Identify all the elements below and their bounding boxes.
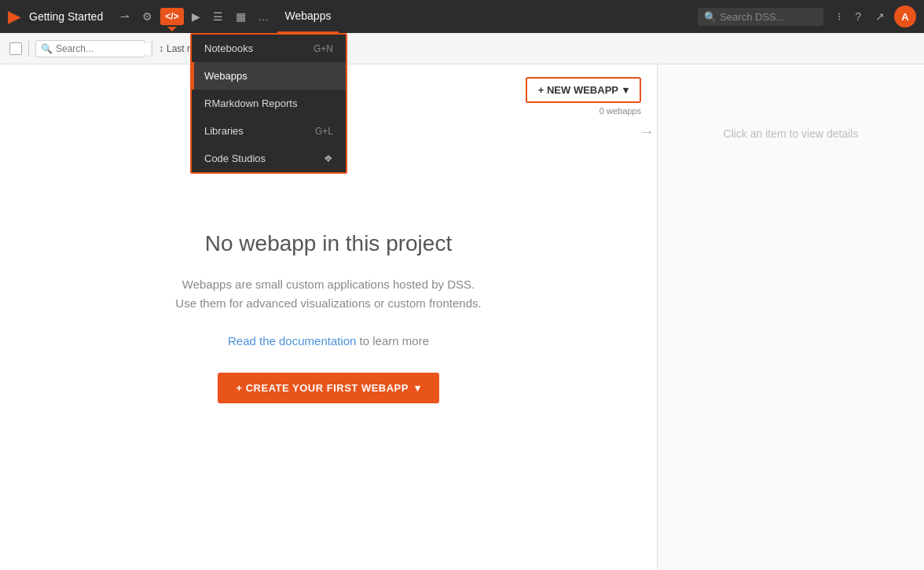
toolbar-divider	[28, 41, 29, 57]
empty-description: Webapps are small custom applications ho…	[175, 275, 481, 351]
search-icon-small: 🔍	[41, 43, 53, 54]
ellipsis-icon: …	[258, 10, 270, 23]
notebooks-shortcut: G+N	[314, 43, 333, 54]
top-navigation: ▶ Getting Started ⇀ ⚙ </> ▶ ☰ ▦ … Webapp…	[0, 0, 924, 33]
play-icon: ▶	[192, 10, 200, 23]
vscode-icon: ❖	[324, 153, 333, 164]
global-search-input[interactable]	[720, 11, 822, 23]
grid-icon: ⁝	[838, 10, 841, 23]
dashboard-icon-btn[interactable]: ▦	[231, 7, 251, 26]
item-search-input[interactable]	[56, 43, 150, 54]
menu-item-code-studios[interactable]: Code Studios ❖	[192, 145, 346, 172]
new-webapp-dropdown-icon: ▾	[623, 84, 629, 96]
user-avatar[interactable]: A	[894, 6, 916, 28]
create-first-webapp-button[interactable]: + CREATE YOUR FIRST WEBAPP ▾	[218, 373, 440, 403]
rmarkdown-label: RMarkdown Reports	[204, 97, 298, 109]
deploy-icon: ☰	[213, 10, 223, 23]
menu-item-webapps[interactable]: Webapps	[192, 62, 346, 90]
grid-view-icon-btn[interactable]: ⁝	[833, 7, 845, 26]
project-title: Getting Started	[29, 10, 103, 23]
global-search-box: 🔍	[698, 8, 823, 26]
dashboard-icon: ▦	[236, 10, 246, 23]
panel-arrow-icon: →	[639, 123, 654, 141]
empty-state: No webapp in this project Webapps are sm…	[175, 231, 481, 403]
menu-item-libraries[interactable]: Libraries G+L	[192, 117, 346, 145]
menu-item-rmarkdown[interactable]: RMarkdown Reports	[192, 90, 346, 117]
new-webapp-btn-container: + NEW WEBAPP ▾ 0 webapps	[526, 77, 641, 116]
deploy-icon-btn[interactable]: ☰	[208, 7, 228, 26]
sort-icon: ↕	[159, 43, 163, 54]
active-section-label: Webapps	[277, 0, 339, 33]
code-icon: </>	[165, 11, 178, 22]
flow-icon-btn[interactable]: ⇀	[116, 7, 134, 26]
run-icon-btn[interactable]: ▶	[187, 7, 205, 26]
code-studios-label: Code Studios	[204, 153, 266, 164]
notebooks-label: Notebooks	[204, 42, 253, 54]
gear-icon: ⚙	[142, 10, 152, 23]
toolbar-divider-2	[152, 41, 152, 57]
search-icon: 🔍	[704, 11, 717, 23]
app-logo: ▶	[8, 7, 20, 26]
libraries-shortcut: G+L	[315, 126, 333, 137]
webapps-count: 0 webapps	[600, 106, 641, 116]
new-webapp-button[interactable]: + NEW WEBAPP ▾	[526, 77, 641, 103]
item-search-box: 🔍	[35, 40, 145, 57]
question-icon: ?	[855, 10, 861, 23]
code-icon-btn[interactable]: </>	[160, 8, 183, 25]
content-toolbar: 🔍 ↕ Last modified ▼ Tags	[0, 33, 924, 64]
webapps-label: Webapps	[204, 70, 248, 82]
route-icon: ⇀	[120, 10, 130, 23]
settings-icon-btn[interactable]: ⚙	[138, 7, 157, 26]
create-btn-label: + CREATE YOUR FIRST WEBAPP	[236, 382, 409, 394]
empty-desc-line2: Use them for advanced visualizations or …	[175, 296, 481, 310]
empty-desc-line1: Webapps are small custom applications ho…	[182, 278, 475, 291]
analytics-icon-btn[interactable]: ↗	[871, 7, 889, 26]
trend-icon: ↗	[875, 10, 885, 23]
active-tab-indicator	[167, 27, 177, 31]
more-icon-btn[interactable]: …	[254, 7, 274, 26]
main-area: + NEW WEBAPP ▾ 0 webapps No webapp in th…	[0, 64, 924, 570]
create-btn-dropdown-icon: ▾	[415, 382, 421, 394]
help-icon-btn[interactable]: ?	[850, 7, 866, 26]
libraries-label: Libraries	[204, 125, 244, 137]
detail-placeholder-text: Click an item to view details	[724, 127, 859, 140]
menu-item-notebooks[interactable]: Notebooks G+N	[192, 35, 346, 62]
code-menu-dropdown: Notebooks G+N Webapps RMarkdown Reports …	[190, 33, 347, 174]
detail-panel: → Click an item to view details	[657, 64, 924, 570]
empty-title: No webapp in this project	[175, 231, 481, 256]
docs-link[interactable]: Read the documentation	[228, 334, 356, 348]
select-all-checkbox[interactable]	[9, 42, 22, 55]
doc-suffix: to learn more	[356, 334, 429, 348]
new-webapp-label: + NEW WEBAPP	[538, 84, 618, 96]
topnav-right-actions: ⁝ ? ↗ A	[833, 6, 916, 28]
